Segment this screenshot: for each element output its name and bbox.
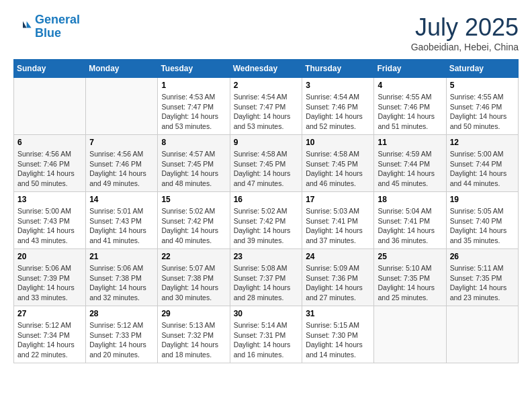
day-info: Sunrise: 4:54 AM Sunset: 7:47 PM Dayligh…: [234, 92, 299, 132]
week-row-4: 20Sunrise: 5:06 AM Sunset: 7:39 PM Dayli…: [14, 249, 519, 306]
day-cell-21: 21Sunrise: 5:06 AM Sunset: 7:38 PM Dayli…: [86, 249, 158, 306]
day-cell-7: 7Sunrise: 4:56 AM Sunset: 7:46 PM Daylig…: [86, 135, 158, 192]
day-number: 18: [378, 195, 442, 204]
day-info: Sunrise: 4:55 AM Sunset: 7:46 PM Dayligh…: [378, 92, 442, 132]
day-number: 29: [161, 309, 226, 318]
day-number: 30: [234, 309, 299, 318]
day-cell-20: 20Sunrise: 5:06 AM Sunset: 7:39 PM Dayli…: [14, 249, 86, 306]
svg-marker-0: [27, 21, 32, 28]
day-cell-15: 15Sunrise: 5:02 AM Sunset: 7:42 PM Dayli…: [158, 192, 230, 249]
day-number: 12: [450, 138, 515, 147]
day-cell-6: 6Sunrise: 4:56 AM Sunset: 7:46 PM Daylig…: [14, 135, 86, 192]
title-block: July 2025 Gaobeidian, Hebei, China: [411, 13, 519, 52]
day-cell-14: 14Sunrise: 5:01 AM Sunset: 7:43 PM Dayli…: [86, 192, 158, 249]
day-cell-10: 10Sunrise: 4:58 AM Sunset: 7:45 PM Dayli…: [302, 135, 374, 192]
day-number: 20: [17, 252, 82, 261]
empty-cell: [14, 78, 86, 135]
day-number: 1: [161, 81, 226, 90]
header-sunday: Sunday: [14, 60, 86, 78]
day-cell-30: 30Sunrise: 5:14 AM Sunset: 7:31 PM Dayli…: [230, 306, 302, 363]
day-cell-22: 22Sunrise: 5:07 AM Sunset: 7:38 PM Dayli…: [158, 249, 230, 306]
day-number: 17: [306, 195, 370, 204]
month-title: July 2025: [411, 13, 519, 42]
day-number: 3: [306, 81, 370, 90]
day-info: Sunrise: 4:58 AM Sunset: 7:45 PM Dayligh…: [306, 149, 370, 189]
day-cell-2: 2Sunrise: 4:54 AM Sunset: 7:47 PM Daylig…: [230, 78, 302, 135]
day-info: Sunrise: 5:13 AM Sunset: 7:32 PM Dayligh…: [161, 320, 226, 360]
day-number: 25: [378, 252, 442, 261]
day-cell-11: 11Sunrise: 4:59 AM Sunset: 7:44 PM Dayli…: [374, 135, 446, 192]
day-info: Sunrise: 5:01 AM Sunset: 7:43 PM Dayligh…: [89, 206, 154, 246]
day-info: Sunrise: 4:53 AM Sunset: 7:47 PM Dayligh…: [161, 92, 226, 132]
day-number: 23: [234, 252, 299, 261]
day-number: 16: [234, 195, 299, 204]
day-cell-28: 28Sunrise: 5:12 AM Sunset: 7:33 PM Dayli…: [86, 306, 158, 363]
day-cell-12: 12Sunrise: 5:00 AM Sunset: 7:44 PM Dayli…: [446, 135, 518, 192]
day-info: Sunrise: 5:02 AM Sunset: 7:42 PM Dayligh…: [161, 206, 226, 246]
day-cell-18: 18Sunrise: 5:04 AM Sunset: 7:41 PM Dayli…: [374, 192, 446, 249]
day-cell-23: 23Sunrise: 5:08 AM Sunset: 7:37 PM Dayli…: [230, 249, 302, 306]
day-number: 7: [89, 138, 154, 147]
empty-cell: [374, 306, 446, 363]
day-cell-13: 13Sunrise: 5:00 AM Sunset: 7:43 PM Dayli…: [14, 192, 86, 249]
day-info: Sunrise: 5:07 AM Sunset: 7:38 PM Dayligh…: [161, 263, 226, 303]
empty-cell: [86, 78, 158, 135]
day-number: 27: [17, 309, 82, 318]
logo-text: General Blue: [35, 13, 80, 40]
day-cell-5: 5Sunrise: 4:55 AM Sunset: 7:46 PM Daylig…: [446, 78, 518, 135]
header-wednesday: Wednesday: [230, 60, 302, 78]
page-header: General Blue July 2025 Gaobeidian, Hebei…: [13, 13, 519, 52]
day-info: Sunrise: 5:04 AM Sunset: 7:41 PM Dayligh…: [378, 206, 442, 246]
day-number: 15: [161, 195, 226, 204]
week-row-2: 6Sunrise: 4:56 AM Sunset: 7:46 PM Daylig…: [14, 135, 519, 192]
day-info: Sunrise: 4:56 AM Sunset: 7:46 PM Dayligh…: [89, 149, 154, 189]
day-cell-4: 4Sunrise: 4:55 AM Sunset: 7:46 PM Daylig…: [374, 78, 446, 135]
day-number: 28: [89, 309, 154, 318]
day-info: Sunrise: 5:09 AM Sunset: 7:36 PM Dayligh…: [306, 263, 370, 303]
day-cell-31: 31Sunrise: 5:15 AM Sunset: 7:30 PM Dayli…: [302, 306, 374, 363]
location: Gaobeidian, Hebei, China: [411, 42, 519, 52]
day-cell-26: 26Sunrise: 5:11 AM Sunset: 7:35 PM Dayli…: [446, 249, 518, 306]
calendar-header-row: SundayMondayTuesdayWednesdayThursdayFrid…: [14, 60, 519, 78]
empty-cell: [446, 306, 518, 363]
day-cell-25: 25Sunrise: 5:10 AM Sunset: 7:35 PM Dayli…: [374, 249, 446, 306]
day-info: Sunrise: 5:06 AM Sunset: 7:38 PM Dayligh…: [89, 263, 154, 303]
day-info: Sunrise: 5:08 AM Sunset: 7:37 PM Dayligh…: [234, 263, 299, 303]
day-number: 9: [234, 138, 299, 147]
day-info: Sunrise: 5:11 AM Sunset: 7:35 PM Dayligh…: [450, 263, 515, 303]
day-number: 22: [161, 252, 226, 261]
day-number: 4: [378, 81, 442, 90]
day-info: Sunrise: 4:59 AM Sunset: 7:44 PM Dayligh…: [378, 149, 442, 189]
day-info: Sunrise: 4:54 AM Sunset: 7:46 PM Dayligh…: [306, 92, 370, 132]
day-number: 2: [234, 81, 299, 90]
header-friday: Friday: [374, 60, 446, 78]
day-number: 6: [17, 138, 82, 147]
day-info: Sunrise: 5:12 AM Sunset: 7:34 PM Dayligh…: [17, 320, 82, 360]
day-info: Sunrise: 5:05 AM Sunset: 7:40 PM Dayligh…: [450, 206, 515, 246]
header-monday: Monday: [86, 60, 158, 78]
day-number: 5: [450, 81, 515, 90]
day-info: Sunrise: 5:03 AM Sunset: 7:41 PM Dayligh…: [306, 206, 370, 246]
svg-marker-1: [23, 21, 27, 28]
day-number: 8: [161, 138, 226, 147]
day-number: 21: [89, 252, 154, 261]
day-info: Sunrise: 5:14 AM Sunset: 7:31 PM Dayligh…: [234, 320, 299, 360]
logo: General Blue: [13, 13, 80, 40]
day-cell-1: 1Sunrise: 4:53 AM Sunset: 7:47 PM Daylig…: [158, 78, 230, 135]
day-info: Sunrise: 4:56 AM Sunset: 7:46 PM Dayligh…: [17, 149, 82, 189]
day-cell-19: 19Sunrise: 5:05 AM Sunset: 7:40 PM Dayli…: [446, 192, 518, 249]
day-info: Sunrise: 5:00 AM Sunset: 7:43 PM Dayligh…: [17, 206, 82, 246]
day-info: Sunrise: 5:00 AM Sunset: 7:44 PM Dayligh…: [450, 149, 515, 189]
day-cell-17: 17Sunrise: 5:03 AM Sunset: 7:41 PM Dayli…: [302, 192, 374, 249]
day-number: 10: [306, 138, 370, 147]
header-thursday: Thursday: [302, 60, 374, 78]
day-cell-24: 24Sunrise: 5:09 AM Sunset: 7:36 PM Dayli…: [302, 249, 374, 306]
day-cell-8: 8Sunrise: 4:57 AM Sunset: 7:45 PM Daylig…: [158, 135, 230, 192]
header-saturday: Saturday: [446, 60, 518, 78]
day-info: Sunrise: 5:12 AM Sunset: 7:33 PM Dayligh…: [89, 320, 154, 360]
day-number: 24: [306, 252, 370, 261]
day-cell-29: 29Sunrise: 5:13 AM Sunset: 7:32 PM Dayli…: [158, 306, 230, 363]
week-row-3: 13Sunrise: 5:00 AM Sunset: 7:43 PM Dayli…: [14, 192, 519, 249]
logo-icon: [13, 17, 32, 36]
day-info: Sunrise: 4:55 AM Sunset: 7:46 PM Dayligh…: [450, 92, 515, 132]
